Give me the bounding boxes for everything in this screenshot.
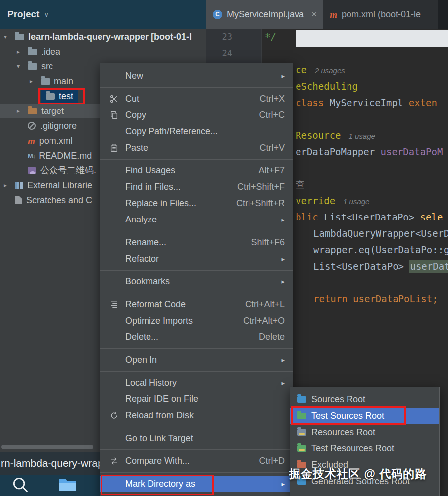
- chevron-right-icon[interactable]: ▸: [17, 48, 28, 55]
- submenu-item-resources-root[interactable]: Resources Root: [290, 424, 439, 441]
- menu-item-label: Paste: [125, 143, 249, 153]
- menu-item-label: Open In: [125, 355, 271, 365]
- submenu-item-label: Test Resources Root: [311, 443, 394, 454]
- menu-item-copy-path[interactable]: Copy Path/Reference...: [100, 123, 293, 140]
- chevron-down-icon[interactable]: ▾: [17, 63, 28, 70]
- test-sources-root-folder-icon: [297, 413, 306, 419]
- ignored-file-icon: [28, 122, 36, 130]
- submenu-arrow-icon: ▸: [281, 480, 285, 488]
- menu-item-replace-in-files[interactable]: Replace in Files... Ctrl+Shift+R: [100, 195, 293, 212]
- code-comment-fragment: */: [265, 29, 276, 45]
- tree-item-label: test: [59, 91, 73, 102]
- menu-item-shortcut: Ctrl+Alt+O: [243, 316, 285, 326]
- image-file-icon: [28, 167, 36, 174]
- libraries-icon: [15, 182, 23, 189]
- redaction-band: [296, 30, 448, 47]
- chevron-right-icon[interactable]: ▸: [30, 78, 41, 85]
- submenu-arrow-icon: ▸: [281, 255, 285, 263]
- code-token: return: [313, 293, 353, 304]
- menu-item-repair-ide[interactable]: Repair IDE on File: [100, 391, 293, 407]
- folder-icon: [28, 63, 37, 70]
- submenu-item-test-resources-root[interactable]: Test Resources Root: [290, 441, 439, 457]
- menu-item-copy[interactable]: Copy Ctrl+C: [100, 107, 293, 123]
- menu-item-label: Delete...: [125, 332, 249, 342]
- paste-icon: [107, 144, 120, 152]
- usages-hint[interactable]: 1 usage: [343, 197, 369, 206]
- menu-item-paste[interactable]: Paste Ctrl+V: [100, 140, 293, 156]
- submenu-arrow-icon: ▸: [281, 278, 285, 285]
- file-explorer-icon[interactable]: [58, 477, 77, 494]
- menu-item-delete[interactable]: Delete... Delete: [100, 329, 293, 345]
- code-token: userDataPoList;: [353, 293, 438, 304]
- tree-item-label: .idea: [41, 47, 60, 57]
- menu-item-shortcut: Ctrl+V: [259, 143, 285, 153]
- menu-item-label: Optimize Imports: [125, 316, 233, 326]
- menu-item-shortcut: Alt+F7: [258, 165, 285, 176]
- menu-item-cut[interactable]: Cut Ctrl+X: [100, 91, 293, 107]
- menu-item-label: New: [125, 71, 271, 81]
- submenu-item-sources-root[interactable]: Sources Root: [290, 391, 439, 408]
- chevron-down-icon: ∨: [44, 11, 49, 18]
- project-tool-window-header[interactable]: Project ∨: [0, 0, 206, 29]
- code-token: exten: [409, 97, 437, 108]
- menu-item-rename[interactable]: Rename... Shift+F6: [100, 234, 293, 251]
- folder-icon: [15, 34, 24, 40]
- editor-tab-bar: C MyServiceImpl.java × m pom.xml (boot-0…: [206, 0, 448, 29]
- menu-item-reload-from-disk[interactable]: Reload from Disk: [100, 407, 293, 424]
- menu-item-bookmarks[interactable]: Bookmarks ▸: [100, 274, 293, 290]
- menu-item-label: Compare With...: [125, 456, 249, 466]
- menu-item-find-usages[interactable]: Find Usages Alt+F7: [100, 163, 293, 179]
- menu-separator: [100, 371, 293, 372]
- tab-myserviceimpl[interactable]: C MyServiceImpl.java ×: [206, 0, 323, 29]
- submenu-item-test-sources-root[interactable]: Test Sources Root: [290, 408, 439, 424]
- menu-item-go-to-link-target[interactable]: Go to Link Target: [100, 430, 293, 446]
- submenu-item-label: Resources Root: [311, 427, 375, 438]
- chevron-right-icon[interactable]: ▸: [4, 182, 15, 189]
- menu-item-compare-with[interactable]: Compare With... Ctrl+D: [100, 453, 293, 469]
- tree-item-label: target: [41, 106, 64, 116]
- compare-icon: [107, 457, 120, 465]
- chevron-right-icon[interactable]: ▸: [17, 108, 28, 114]
- watermark-text: 掘金技术社区 @ 代码的路: [289, 466, 444, 482]
- menu-item-shortcut: Shift+F6: [251, 237, 285, 248]
- tree-item-project-root[interactable]: ▾ learn-lambda-query-wrapper [boot-01-l: [0, 29, 206, 44]
- menu-separator: [100, 427, 293, 427]
- submenu-item-label: Test Sources Root: [311, 411, 384, 421]
- usages-hint[interactable]: 2 usages: [315, 66, 345, 75]
- menu-item-label: Replace in Files...: [125, 198, 226, 209]
- code-token: List<UserDataPo>: [313, 261, 409, 272]
- code-token: userDataPoM: [381, 146, 443, 157]
- menu-item-refactor[interactable]: Refactor ▸: [100, 251, 293, 267]
- project-title: Project: [7, 9, 39, 20]
- close-icon[interactable]: ×: [311, 9, 317, 20]
- menu-item-open-in[interactable]: Open In ▸: [100, 352, 293, 368]
- menu-item-analyze[interactable]: Analyze ▸: [100, 212, 293, 228]
- tree-item-idea[interactable]: ▸ .idea: [0, 44, 206, 59]
- code-token: class: [296, 97, 330, 108]
- menu-item-reformat-code[interactable]: Reformat Code Ctrl+Alt+L: [100, 296, 293, 313]
- menu-item-label: Bookmarks: [125, 276, 271, 287]
- menu-item-label: Find in Files...: [125, 182, 227, 192]
- folder-icon: [46, 93, 55, 100]
- tree-item-label: README.md: [39, 151, 92, 161]
- chevron-down-icon[interactable]: ▾: [4, 33, 15, 40]
- maven-icon: m: [330, 10, 337, 19]
- usages-hint[interactable]: 1 usage: [349, 132, 375, 140]
- menu-item-shortcut: Ctrl+Shift+F: [237, 182, 285, 192]
- menu-item-mark-directory-as[interactable]: Mark Directory as ▸: [100, 476, 293, 492]
- tab-pomxml[interactable]: m pom.xml (boot-01-le: [323, 0, 438, 29]
- menu-item-optimize-imports[interactable]: Optimize Imports Ctrl+Alt+O: [100, 313, 293, 329]
- menu-separator: [100, 231, 293, 231]
- tree-item-label: External Librarie: [27, 180, 92, 191]
- tab-label: pom.xml (boot-01-le: [342, 9, 421, 20]
- menu-item-local-history[interactable]: Local History ▸: [100, 375, 293, 391]
- tree-item-label: learn-lambda-query-wrapper [boot-01-l: [28, 32, 192, 42]
- menu-item-new[interactable]: New ▸: [100, 68, 293, 84]
- search-icon[interactable]: [11, 475, 30, 496]
- code-token: verride: [296, 195, 335, 206]
- horizontal-scrollbar[interactable]: [1, 445, 93, 449]
- menu-item-label: Go to Link Target: [125, 433, 285, 443]
- code-token: Resource: [296, 130, 341, 141]
- code-token-highlighted: userDat: [409, 260, 448, 273]
- menu-item-find-in-files[interactable]: Find in Files... Ctrl+Shift+F: [100, 179, 293, 195]
